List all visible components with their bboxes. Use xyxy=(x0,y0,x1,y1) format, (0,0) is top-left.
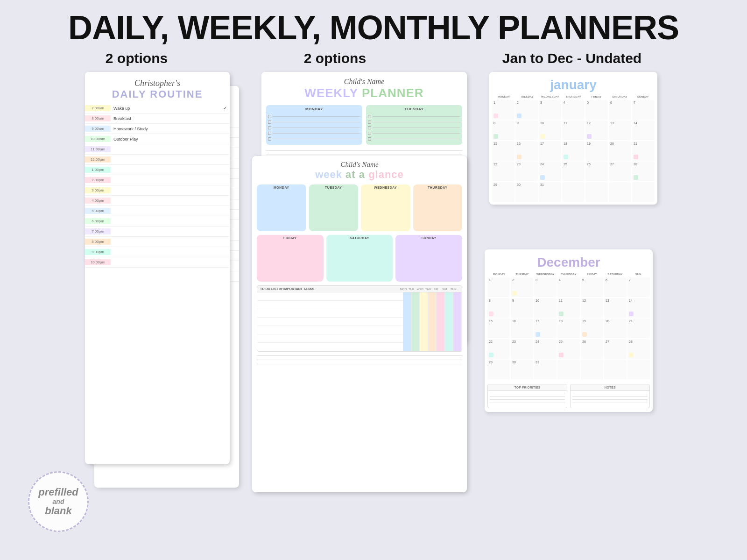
todo-cell xyxy=(428,334,437,343)
day-monday-col: MONDAY xyxy=(266,105,362,145)
todo-cell xyxy=(428,343,437,351)
checkbox[interactable] xyxy=(368,137,371,141)
todo-cell xyxy=(420,292,428,301)
cal-cell: 19 xyxy=(581,319,603,338)
cal-cell: 23 xyxy=(515,162,538,181)
todo-fri: FRI xyxy=(434,288,442,291)
list-item xyxy=(368,132,460,135)
cal-cell: 27 xyxy=(604,339,627,359)
cal-cell: 13 xyxy=(609,121,631,140)
list-item xyxy=(268,126,360,129)
todo-cell xyxy=(403,318,411,326)
time-cell: 10.00pm xyxy=(85,259,111,265)
wag-monday-label: MONDAY xyxy=(257,184,306,191)
day-name-sat: SATURDAY xyxy=(604,272,627,276)
checkbox[interactable] xyxy=(268,115,271,118)
day-name-thu: THURSDAY xyxy=(557,272,580,276)
cards-row: Christopher's DAILY ROUTINE 7.00am Wake … xyxy=(0,72,747,502)
cal-cell: 20 xyxy=(609,141,631,161)
todo-cell xyxy=(428,292,437,301)
cal-cell: 17 xyxy=(534,319,557,338)
checkbox[interactable] xyxy=(268,121,271,124)
cal-cell: 10 xyxy=(534,298,557,318)
table-row: 10.00am Outdoor Play xyxy=(85,134,230,144)
day-monday-lines xyxy=(266,113,362,145)
activity-cell: Breakfast xyxy=(111,115,220,122)
table-row: 12.00pm xyxy=(85,155,230,165)
list-item xyxy=(368,121,460,124)
wag-top-days: MONDAY TUESDAY WEDNESDAY THURSDAY xyxy=(252,183,467,233)
day-name-mon: MONDAY xyxy=(487,272,511,276)
list-item xyxy=(268,137,360,141)
cal-cell: 2 xyxy=(511,277,533,297)
notes-lines xyxy=(571,391,649,408)
todo-sat: SAT xyxy=(442,288,451,291)
table-row: 8.00am Breakfast xyxy=(85,113,230,124)
table-row: 8.00pm xyxy=(85,237,230,247)
weekly-planner-name: Child's Name xyxy=(265,78,463,86)
table-row: 3.00pm xyxy=(85,185,230,196)
checkbox[interactable] xyxy=(368,126,371,129)
cal-cell: 26 xyxy=(585,162,608,181)
activity-cell: Homework / Study xyxy=(111,126,220,132)
cal-cell: 18 xyxy=(562,141,585,161)
cal-days-header: MONDAY TUESDAY WEDNESDAY THURSDAY FRIDAY… xyxy=(489,94,657,99)
checkbox[interactable] xyxy=(268,132,271,135)
cal-cell: 20 xyxy=(604,319,627,338)
cal-cell: 7 xyxy=(627,277,650,297)
day-tuesday-lines xyxy=(366,113,462,145)
list-item xyxy=(268,132,360,135)
checkbox[interactable] xyxy=(368,115,371,118)
cal-cell: 27 xyxy=(609,162,631,181)
time-cell: 9.00am xyxy=(85,126,111,132)
todo-cell xyxy=(420,318,428,326)
todo-cell xyxy=(411,301,420,309)
daily-front-header: Christopher's DAILY ROUTINE xyxy=(85,72,230,103)
cal-cell: 8 xyxy=(487,298,510,318)
cal-cell: 14 xyxy=(627,298,650,318)
prefilled-stamp: prefilled and blank xyxy=(28,471,89,532)
time-cell: 4.00pm xyxy=(85,198,111,204)
todo-cell xyxy=(437,326,445,334)
cal-cell: 3 xyxy=(539,100,561,120)
wag-saturday-label: SATURDAY xyxy=(326,235,393,241)
time-cell: 8.00pm xyxy=(85,239,111,245)
todo-cell xyxy=(411,318,420,326)
weekly-planner-title: WEEKLY PLANNER xyxy=(265,86,463,100)
cal-cell xyxy=(627,360,650,379)
todo-cell xyxy=(445,326,453,334)
todo-cell xyxy=(420,301,428,309)
day-name-mon: MONDAY xyxy=(492,94,515,99)
todo-cell xyxy=(420,343,428,351)
wag-wednesday-box: WEDNESDAY xyxy=(361,184,410,231)
todo-cell xyxy=(453,309,462,318)
cal-cell: 21 xyxy=(632,141,655,161)
cal-cell: 21 xyxy=(627,319,650,338)
cal-cell: 29 xyxy=(487,360,510,379)
todo-section: TO DO LIST or IMPORTANT TASKS MON TUE WE… xyxy=(257,285,462,352)
todo-cell xyxy=(445,292,453,301)
checkbox[interactable] xyxy=(268,126,271,129)
table-row: 7.00pm xyxy=(85,227,230,237)
checkbox[interactable] xyxy=(368,132,371,135)
time-cell: 2.00pm xyxy=(85,177,111,183)
cal-cell xyxy=(562,182,585,202)
todo-cell xyxy=(420,326,428,334)
cal-cell: 12 xyxy=(581,298,603,318)
wag-sunday-label: SUNDAY xyxy=(395,235,462,241)
cal-cell: 7 xyxy=(632,100,655,120)
cal-cell: 22 xyxy=(487,339,510,359)
cal-cell: 24 xyxy=(539,162,561,181)
checkbox[interactable] xyxy=(268,137,271,141)
cal-cell: 19 xyxy=(585,141,608,161)
notes-label: NOTES xyxy=(571,384,649,391)
todo-cell xyxy=(437,318,445,326)
time-cell: 3.00pm xyxy=(85,187,111,193)
todo-wed: WED xyxy=(417,288,425,291)
cal-cell: 29 xyxy=(492,182,514,202)
checkbox[interactable] xyxy=(368,121,371,124)
todo-cell xyxy=(453,326,462,334)
cal-cell: 30 xyxy=(511,360,533,379)
daily-card-front: Christopher's DAILY ROUTINE 7.00am Wake … xyxy=(85,72,230,464)
todo-cell xyxy=(437,334,445,343)
